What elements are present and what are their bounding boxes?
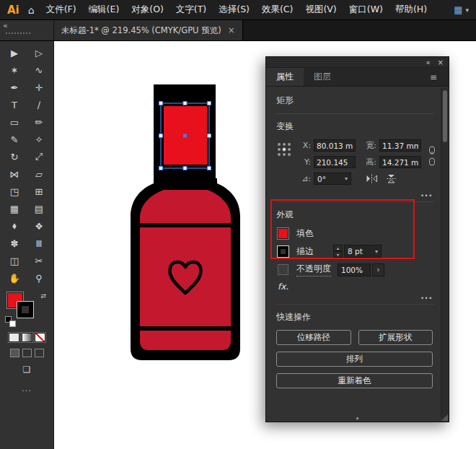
tab-layers[interactable]: 图层 — [304, 68, 341, 86]
stroke-weight-select[interactable]: 8 pt ▾ — [344, 245, 382, 258]
none-mode-button[interactable] — [35, 333, 45, 342]
toolbar-more-icon[interactable]: ... — [22, 384, 32, 393]
menu-effect[interactable]: 效果(C) — [262, 4, 293, 16]
slice-tool[interactable]: ✂ — [30, 252, 48, 269]
collapse-tools-icon[interactable]: « — [3, 21, 8, 30]
draw-inside-button[interactable] — [35, 349, 44, 357]
gradient-tool[interactable]: ▤ — [30, 200, 48, 217]
menu-view[interactable]: 视图(V) — [305, 4, 336, 16]
label-line-bottom[interactable] — [140, 326, 231, 331]
selection-handle[interactable] — [159, 167, 163, 170]
draw-behind-button[interactable] — [22, 349, 32, 357]
close-tab-icon[interactable]: × — [228, 25, 235, 35]
rotate-tool[interactable]: ↻ — [5, 148, 24, 165]
fx-button[interactable]: fx. — [278, 282, 434, 292]
eyedropper-tool[interactable]: ⬧ — [5, 217, 24, 235]
drag-grip[interactable] — [6, 32, 30, 34]
pencil-tool[interactable]: ✎ — [5, 131, 24, 148]
collapse-panel-icon[interactable]: « — [426, 58, 430, 66]
paintbrush-tool[interactable]: ✏ — [30, 113, 48, 131]
magic-wand-tool[interactable]: ✶ — [5, 61, 24, 79]
menu-select[interactable]: 选择(S) — [219, 4, 250, 16]
lasso-tool[interactable]: ∿ — [30, 61, 48, 79]
selection-handle[interactable] — [183, 102, 187, 105]
zoom-tool[interactable]: ⚲ — [30, 269, 48, 287]
menu-type[interactable]: 文字(T) — [176, 4, 206, 16]
hand-tool[interactable]: ✋ — [5, 269, 24, 287]
opacity-label[interactable]: 不透明度 — [296, 263, 331, 276]
height-input[interactable] — [379, 156, 421, 168]
free-transform-tool[interactable]: ▱ — [30, 165, 48, 183]
menu-file[interactable]: 文件(F) — [46, 4, 76, 16]
menu-window[interactable]: 窗口(W) — [349, 4, 383, 16]
menu-object[interactable]: 对象(O) — [131, 4, 164, 16]
transform-more-options[interactable]: ... — [276, 191, 433, 196]
selection-handle[interactable] — [183, 167, 187, 170]
artboard-tool[interactable]: ◫ — [5, 252, 24, 269]
x-input[interactable] — [314, 139, 356, 152]
recolor-button[interactable]: 重新着色 — [276, 373, 433, 388]
screen-mode-button[interactable]: ❏ — [23, 365, 31, 375]
home-icon[interactable]: ⌂ — [28, 4, 35, 16]
selection-tool[interactable]: ▶ — [5, 44, 24, 61]
perspective-grid-tool[interactable]: ⊞ — [30, 183, 48, 200]
reference-point-selector[interactable] — [278, 143, 291, 189]
workspace-switcher[interactable]: ▦ ▾ — [454, 4, 469, 15]
scrollbar-thumb[interactable] — [443, 90, 447, 142]
panel-resize-grip[interactable] — [441, 414, 448, 421]
pen-tool[interactable]: ✒ — [5, 79, 24, 96]
y-input[interactable] — [314, 156, 356, 168]
flip-horizontal-icon[interactable] — [366, 174, 378, 183]
swap-fill-stroke-icon[interactable]: ⇄ — [40, 292, 46, 300]
width-input[interactable] — [379, 139, 421, 152]
direct-selection-tool[interactable]: ▷ — [30, 44, 48, 61]
stroke-swatch[interactable] — [278, 246, 288, 257]
column-graph-tool[interactable]: Ⅲ — [30, 235, 48, 252]
gradient-mode-button[interactable] — [22, 333, 32, 342]
shaper-tool[interactable]: ✧ — [30, 131, 48, 148]
menu-edit[interactable]: 编辑(E) — [89, 4, 120, 16]
line-tool[interactable]: ∕ — [30, 96, 48, 113]
stroke-weight-stepper[interactable]: ▴ ▾ — [333, 245, 343, 258]
draw-normal-button[interactable] — [10, 349, 19, 357]
flip-vertical-icon[interactable] — [387, 173, 396, 184]
tab-properties[interactable]: 属性 — [266, 68, 304, 86]
add-anchor-tool[interactable]: ✛ — [30, 79, 48, 96]
selection-handle[interactable] — [208, 102, 211, 105]
bottle-label[interactable] — [140, 190, 231, 350]
fill-swatch[interactable] — [278, 228, 288, 239]
symbol-sprayer-tool[interactable]: ✽ — [5, 235, 24, 252]
scale-tool[interactable]: ⤢ — [30, 148, 48, 165]
stepper-down-icon[interactable]: ▾ — [333, 251, 343, 258]
close-panel-icon[interactable]: × — [438, 58, 444, 66]
link-dimensions-icon[interactable] — [427, 145, 437, 167]
type-tool[interactable]: T — [5, 96, 24, 113]
color-mode-button[interactable] — [9, 333, 19, 342]
panel-scrollbar[interactable] — [441, 88, 448, 417]
shape-builder-tool[interactable]: ◳ — [5, 183, 24, 200]
offset-path-button[interactable]: 位移路径 — [276, 330, 351, 345]
selection-center-point[interactable] — [183, 134, 187, 138]
width-tool[interactable]: ⋈ — [5, 165, 24, 183]
arrange-button[interactable]: 排列 — [276, 352, 433, 367]
opacity-input[interactable] — [338, 263, 371, 276]
stepper-up-icon[interactable]: ▴ — [333, 245, 343, 251]
blend-tool[interactable]: ❖ — [30, 217, 48, 235]
rotation-select[interactable]: 0° ▾ — [314, 173, 351, 185]
mesh-tool[interactable]: ▦ — [5, 200, 24, 217]
expand-shape-button[interactable]: 扩展形状 — [358, 330, 433, 345]
default-colors-icon[interactable] — [5, 316, 16, 327]
appearance-more-options[interactable]: ... — [276, 294, 433, 299]
selection-handle[interactable] — [159, 134, 163, 138]
app-logo[interactable]: Ai — [7, 4, 19, 17]
panel-menu-icon[interactable]: ≡ — [430, 68, 449, 86]
opacity-expand-button[interactable]: › — [372, 263, 384, 276]
document-tab[interactable]: 未标题-1* @ 219.45% (CMYK/GPU 预览) × — [54, 20, 243, 40]
selection-handle[interactable] — [208, 167, 211, 170]
label-line-top[interactable] — [140, 223, 231, 227]
stroke-color-swatch[interactable] — [17, 302, 33, 318]
selection-handle[interactable] — [208, 134, 211, 138]
rectangle-tool[interactable]: ▭ — [5, 113, 24, 131]
selection-handle[interactable] — [159, 102, 163, 105]
menu-help[interactable]: 帮助(H) — [395, 4, 427, 16]
